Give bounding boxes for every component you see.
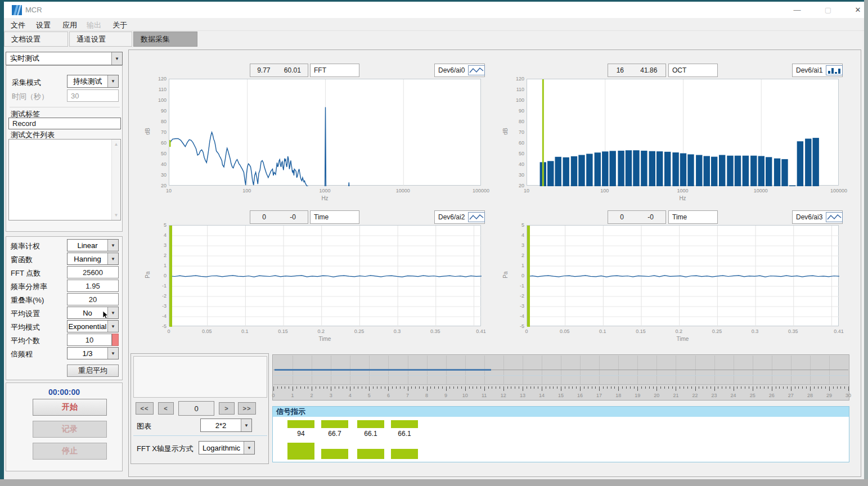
ruler-minor-tick [354,386,354,389]
chevron-down-icon: ▼ [244,442,254,454]
chart4-plot-area[interactable] [527,225,839,326]
time-ai2-cursor-readout: 0-0 [250,210,308,224]
y-tick-label: 1 [149,263,167,268]
param-select-0[interactable]: Linear▼ [67,239,119,251]
ruler-minor-tick [519,386,519,389]
page-last-button[interactable]: >> [238,402,256,415]
fft-type-box[interactable]: FFT [310,64,359,77]
x-tick-label: 1000 [666,188,700,194]
ruler-major-tick [656,386,657,391]
signal-level-value: 66.1 [357,430,384,438]
x-tick-label: 100000 [822,188,856,194]
chart-cursor[interactable] [169,226,172,327]
ruler-minor-tick [668,386,669,389]
ruler-minor-tick [362,386,362,389]
oct-type-box[interactable]: OCT [668,64,718,77]
ruler-minor-tick [488,386,489,389]
oct-bar [641,151,647,186]
ruler-minor-tick [749,386,749,389]
timeline-secondary-line [273,375,848,376]
page-next-button[interactable]: > [219,402,235,415]
param-label-2: FFT 点数 [11,268,41,278]
fft-device-box[interactable]: Dev6/ai0 [434,64,485,77]
ruler-minor-tick [630,386,631,389]
param-input-4[interactable]: 20 [67,293,119,305]
ruler-minor-tick [837,386,838,389]
ruler-major-tick [848,386,849,391]
menu-application[interactable]: 应用 [60,20,79,31]
ruler-major-tick [388,386,389,391]
test-tag-input[interactable]: Record [8,118,121,129]
scroll-down-icon[interactable]: ▼ [112,213,120,218]
ruler-minor-tick [776,386,776,389]
menu-file[interactable]: 文件 [8,20,28,31]
ruler-minor-tick [687,386,688,389]
ruler-number: 22 [689,393,702,398]
oct-bar [649,151,655,186]
acq-mode-select[interactable]: 持续测试 ▼ [67,75,119,88]
fft-xaxis-select[interactable]: Logarithmic ▼ [199,441,255,454]
window-border-bottom [0,479,868,486]
y-tick-label: 5 [506,222,524,228]
page-number-input[interactable]: 0 [178,401,214,416]
ruler-minor-tick [569,386,569,389]
chart3-plot-area[interactable] [169,225,481,326]
tab-channel-settings[interactable]: 通道设置 [69,32,132,47]
ruler-minor-tick [768,386,768,389]
chart-time-ai3: 0-0 Time Dev6/ai3 00.050.10.150.20.250.3… [488,199,854,346]
ruler-major-tick [312,386,312,391]
ruler-minor-tick [304,386,305,389]
oct-bar [711,157,717,186]
param-select-8[interactable]: 1/3▼ [67,347,119,359]
time-ai3-device-box[interactable]: Dev6/ai3 [792,210,843,224]
chart-layout-select[interactable]: 2*2 ▼ [200,418,252,432]
param-select-1[interactable]: Hanning▼ [67,253,119,265]
param-input-7[interactable]: 10 [67,334,112,346]
title-bar: MCR — ▢ ✕ [4,2,864,18]
oct-device-box[interactable]: Dev6/ai1 [792,64,843,77]
menu-about[interactable]: 关于 [110,20,129,31]
ruler-minor-tick [745,386,745,389]
param-label-5: 平均设置 [11,309,40,319]
chart-layout-label: 图表 [137,421,151,431]
x-tick-label: 0.3 [738,328,772,334]
test-file-listbox[interactable]: ▲ ▼ [8,139,121,220]
ruler-minor-tick [392,386,393,389]
page-prev-button[interactable]: < [158,402,174,415]
tab-data-acquisition[interactable]: 数据采集 [133,32,197,47]
oct-bar [704,156,710,186]
maximize-button[interactable]: ▢ [820,4,836,16]
y-tick-label: 60 [506,140,524,146]
signal-panel-header: 信号指示 [273,407,849,417]
ruler-minor-tick [557,386,557,389]
listbox-scrollbar[interactable]: ▲ ▼ [111,140,120,220]
ruler-major-tick [734,386,734,391]
signal-indicator-panel: 信号指示 9466.766.166.1 [272,406,849,462]
param-input-2[interactable]: 25600 [67,266,119,278]
y-tick-label: -1 [149,283,167,289]
y-tick-label: 60 [149,140,167,146]
start-button[interactable]: 开始 [33,399,107,416]
scroll-up-icon[interactable]: ▲ [112,142,120,147]
tab-document-settings[interactable]: 文档设置 [4,32,68,47]
time-ai3-type-box[interactable]: Time [668,210,718,224]
param-input-3[interactable]: 1.95 [67,280,119,292]
test-mode-select[interactable]: 实时测试 ▼ [6,52,123,65]
param-select-6[interactable]: Exponential▼ [67,320,119,332]
chart-cursor[interactable] [527,226,530,327]
ruler-minor-tick [565,386,565,389]
restart-average-button[interactable]: 重启平均 [67,364,119,377]
menu-settings[interactable]: 设置 [34,20,53,31]
chart2-plot-area[interactable] [527,79,839,186]
oct-bar [595,152,601,186]
page-first-button[interactable]: << [136,402,154,415]
chart1-plot-area[interactable] [169,79,481,186]
oct-bar [750,156,757,186]
minimize-button[interactable]: — [789,4,806,16]
x-tick-label: 0.15 [266,328,300,334]
nav-message-box [133,356,267,398]
param-select-5[interactable]: No▼ [67,307,119,319]
time-ai2-type-box[interactable]: Time [310,210,359,224]
window-border-left [0,0,4,486]
time-ai2-device-box[interactable]: Dev6/ai2 [434,210,485,224]
